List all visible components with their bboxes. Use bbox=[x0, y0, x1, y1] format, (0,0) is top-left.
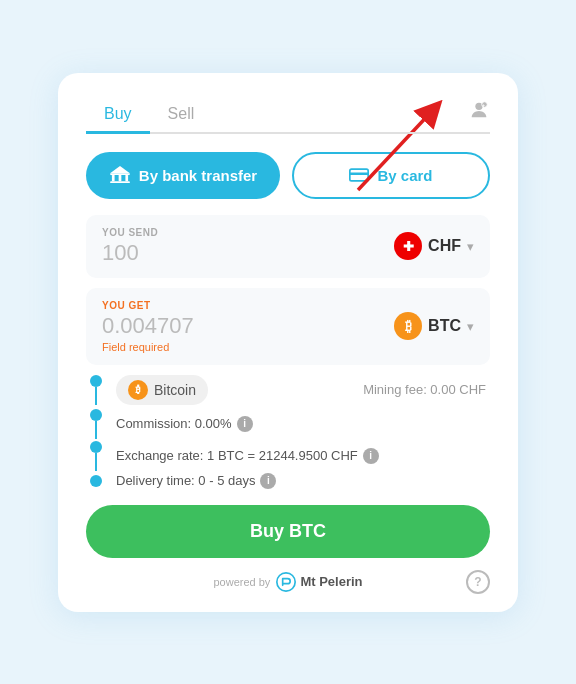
send-label: YOU SEND bbox=[102, 227, 158, 238]
send-currency-label: CHF bbox=[428, 237, 461, 255]
send-chevron-icon: ▾ bbox=[467, 239, 474, 254]
commission-text: Commission: 0.00% bbox=[116, 416, 232, 431]
mt-pelerin-logo: Mt Pelerin bbox=[276, 572, 362, 592]
svg-rect-7 bbox=[118, 175, 121, 181]
field-required-text: Field required bbox=[102, 341, 194, 353]
help-icon[interactable]: ? bbox=[466, 570, 490, 594]
delivery-row: Delivery time: 0 - 5 days i bbox=[86, 473, 490, 489]
svg-rect-9 bbox=[110, 181, 130, 183]
chf-flag-icon: ✚ bbox=[394, 232, 422, 260]
exchange-card: Buy Sell + By bank transfer bbox=[58, 73, 518, 612]
svg-rect-12 bbox=[350, 173, 368, 176]
timeline-dot-rate bbox=[90, 441, 102, 453]
send-currency-selector[interactable]: ✚ CHF ▾ bbox=[394, 232, 474, 260]
svg-text:+: + bbox=[482, 103, 485, 108]
send-input-group: YOU SEND 100 bbox=[102, 227, 158, 266]
exchange-rate-text: Exchange rate: 1 BTC = 21244.9500 CHF bbox=[116, 448, 358, 463]
footer: powered by Mt Pelerin ? bbox=[86, 572, 490, 592]
tab-sell[interactable]: Sell bbox=[150, 97, 213, 134]
svg-point-13 bbox=[277, 572, 295, 590]
dot-container-delivery bbox=[86, 475, 106, 487]
timeline-dot-commission bbox=[90, 409, 102, 421]
payment-methods: By bank transfer By card bbox=[86, 152, 490, 199]
delivery-text: Delivery time: 0 - 5 days bbox=[116, 473, 255, 488]
get-label: YOU GET bbox=[102, 300, 194, 311]
profile-icon-wrap[interactable]: + bbox=[468, 99, 490, 125]
timeline: ₿ Bitcoin Mining fee: 0.00 CHF Commissio… bbox=[86, 375, 490, 491]
send-value[interactable]: 100 bbox=[102, 240, 158, 266]
svg-rect-5 bbox=[110, 173, 130, 175]
exchange-rate-row: Exchange rate: 1 BTC = 21244.9500 CHF i bbox=[86, 441, 490, 471]
coin-btc-icon: ₿ bbox=[128, 380, 148, 400]
svg-rect-8 bbox=[125, 175, 128, 181]
coin-pill[interactable]: ₿ Bitcoin bbox=[116, 375, 208, 405]
bank-transfer-label: By bank transfer bbox=[139, 167, 257, 184]
timeline-line-1 bbox=[95, 387, 97, 405]
get-input-group: YOU GET 0.004707 Field required bbox=[102, 300, 194, 353]
commission-info-icon[interactable]: i bbox=[237, 416, 253, 432]
card-button[interactable]: By card bbox=[292, 152, 490, 199]
commission-row: Commission: 0.00% i bbox=[86, 409, 490, 439]
timeline-dot-delivery bbox=[90, 475, 102, 487]
timeline-dot-coin bbox=[90, 375, 102, 387]
dot-container-rate bbox=[86, 441, 106, 471]
tab-buy[interactable]: Buy bbox=[86, 97, 150, 134]
coin-row: ₿ Bitcoin Mining fee: 0.00 CHF bbox=[86, 375, 490, 405]
svg-marker-10 bbox=[110, 166, 130, 173]
mining-fee-text: Mining fee: 0.00 CHF bbox=[363, 382, 490, 397]
bank-transfer-button[interactable]: By bank transfer bbox=[86, 152, 280, 199]
powered-by-text: powered by bbox=[214, 576, 271, 588]
pelerin-icon bbox=[276, 572, 296, 592]
card-label: By card bbox=[377, 167, 432, 184]
mt-pelerin-text: Mt Pelerin bbox=[300, 574, 362, 589]
profile-icon[interactable]: + bbox=[468, 99, 490, 121]
get-currency-label: BTC bbox=[428, 317, 461, 335]
get-value[interactable]: 0.004707 bbox=[102, 313, 194, 339]
send-row: YOU SEND 100 ✚ CHF ▾ bbox=[86, 215, 490, 278]
bank-icon bbox=[109, 166, 131, 184]
buy-btc-button[interactable]: Buy BTC bbox=[86, 505, 490, 558]
svg-rect-6 bbox=[112, 175, 115, 181]
get-row: YOU GET 0.004707 Field required ₿ BTC ▾ bbox=[86, 288, 490, 365]
tabs-container: Buy Sell + bbox=[86, 97, 490, 134]
card-icon bbox=[349, 168, 369, 182]
get-chevron-icon: ▾ bbox=[467, 319, 474, 334]
timeline-line-2 bbox=[95, 421, 97, 439]
dot-container-commission bbox=[86, 409, 106, 439]
get-currency-selector[interactable]: ₿ BTC ▾ bbox=[394, 312, 474, 340]
exchange-rate-info-icon[interactable]: i bbox=[363, 448, 379, 464]
btc-icon: ₿ bbox=[394, 312, 422, 340]
delivery-info-icon[interactable]: i bbox=[260, 473, 276, 489]
timeline-line-3 bbox=[95, 453, 97, 471]
dot-container-coin bbox=[86, 375, 106, 405]
coin-name: Bitcoin bbox=[154, 382, 196, 398]
